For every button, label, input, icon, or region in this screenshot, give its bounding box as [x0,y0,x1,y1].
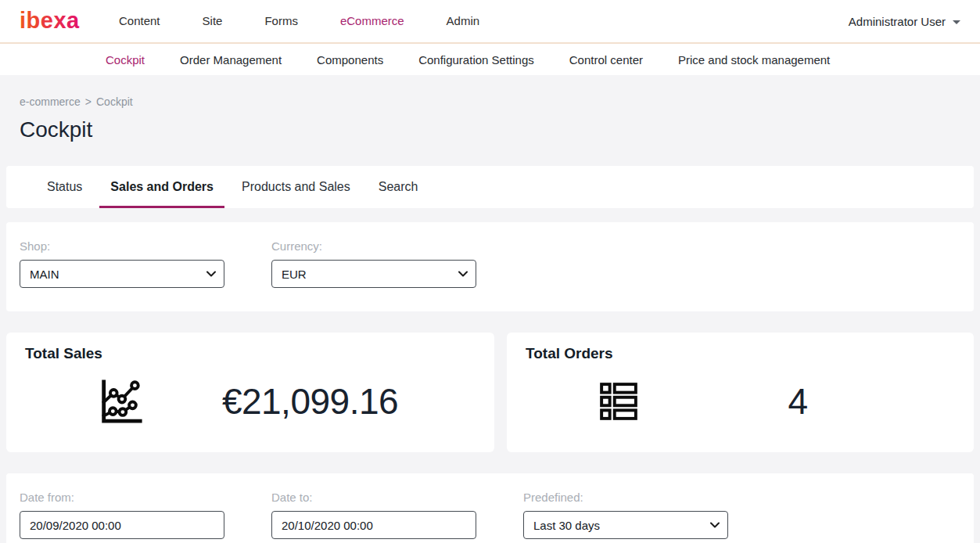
nav-item-site[interactable]: Site [181,0,244,42]
tab-bar: Status Sales and Orders Products and Sal… [6,166,974,208]
breadcrumb: e-commerce > Cockpit [20,95,980,108]
currency-select-wrap[interactable]: EUR [271,260,476,288]
ibexa-logo-icon: ibexa [20,7,81,35]
total-orders-body: 4 [526,362,955,440]
total-sales-card: Total Sales [6,333,494,452]
subnav-item-configuration-settings[interactable]: Configuration Settings [418,53,534,67]
shop-label: Shop: [20,239,224,253]
shop-select[interactable]: MAIN [20,260,224,288]
tab-status[interactable]: Status [36,166,93,208]
tab-search[interactable]: Search [368,166,429,208]
breadcrumb-parent[interactable]: e-commerce [20,95,81,108]
main-nav: Content Site Forms eCommerce Admin [98,0,501,42]
shop-field: Shop: MAIN [20,239,224,288]
subnav-item-order-management[interactable]: Order Management [180,53,282,67]
date-from-label: Date from: [20,491,224,504]
predefined-field: Predefined: Last 30 days [523,491,728,539]
top-navigation-bar: ibexa Content Site Forms eCommerce Admin… [0,0,980,44]
total-orders-title: Total Orders [526,345,955,362]
predefined-label: Predefined: [523,491,728,504]
predefined-select-wrap[interactable]: Last 30 days [523,511,728,539]
date-from-input[interactable] [20,511,224,539]
page-title: Cockpit [20,117,980,142]
predefined-select[interactable]: Last 30 days [523,511,728,539]
user-menu[interactable]: Administrator User [849,15,960,28]
tab-sales-and-orders[interactable]: Sales and Orders [99,166,224,208]
currency-field: Currency: EUR [271,239,476,288]
breadcrumb-separator: > [85,95,92,108]
subnav-item-price-stock-management[interactable]: Price and stock management [678,53,830,67]
total-sales-body: €21,099.16 [25,362,476,440]
subnav-item-control-center[interactable]: Control center [569,53,643,67]
currency-select[interactable]: EUR [271,260,476,288]
nav-item-ecommerce[interactable]: eCommerce [319,0,425,42]
line-chart-icon [96,377,145,426]
ecommerce-subnav: Cockpit Order Management Components Conf… [0,44,980,75]
caret-down-icon [953,20,960,24]
orders-list-icon [597,379,641,423]
user-menu-label: Administrator User [849,15,946,28]
subnav-item-cockpit[interactable]: Cockpit [106,53,145,67]
date-filter-panel: Date from: Date to: Predefined: Last 30 … [6,473,974,543]
nav-item-forms[interactable]: Forms [243,0,319,42]
total-sales-value: €21,099.16 [145,380,476,423]
date-to-field: Date to: [271,491,476,539]
shop-select-wrap[interactable]: MAIN [20,260,224,288]
svg-text:ibexa: ibexa [20,8,80,33]
nav-item-content[interactable]: Content [98,0,181,42]
total-orders-card: Total Orders 4 [507,333,974,452]
date-to-label: Date to: [271,491,476,504]
total-orders-value: 4 [641,380,955,423]
tab-products-and-sales[interactable]: Products and Sales [231,166,361,208]
app-viewport: ibexa Content Site Forms eCommerce Admin… [0,0,980,543]
currency-label: Currency: [271,239,476,253]
shop-currency-filter-panel: Shop: MAIN Currency: EUR [6,222,974,311]
ibexa-logo[interactable]: ibexa [20,7,81,35]
date-to-input[interactable] [271,511,476,539]
breadcrumb-current: Cockpit [96,95,133,108]
nav-item-admin[interactable]: Admin [425,0,501,42]
subnav-item-components[interactable]: Components [317,53,383,67]
date-from-field: Date from: [20,491,224,539]
total-sales-title: Total Sales [25,345,476,362]
stat-cards-row: Total Sales [6,333,974,452]
